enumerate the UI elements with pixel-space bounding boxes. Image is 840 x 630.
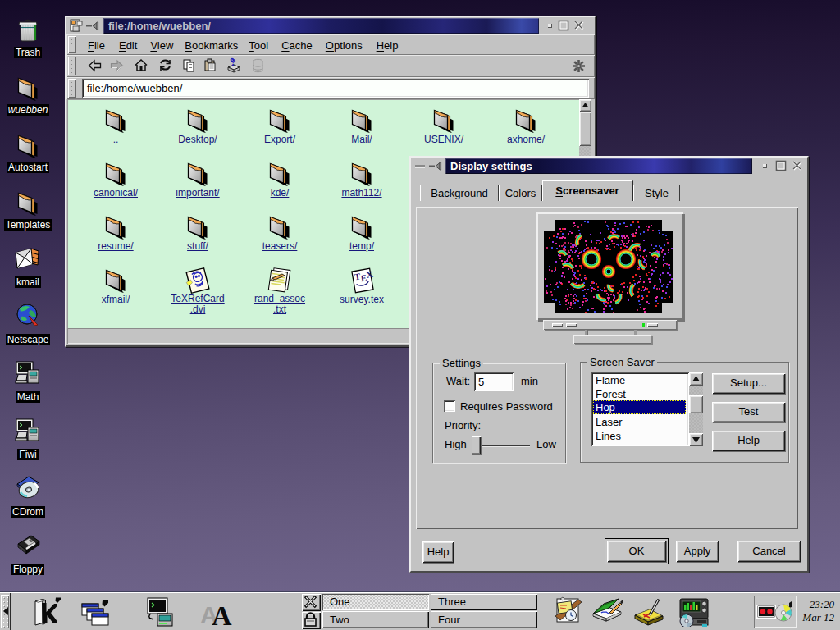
svg-text:A: A	[212, 600, 232, 628]
